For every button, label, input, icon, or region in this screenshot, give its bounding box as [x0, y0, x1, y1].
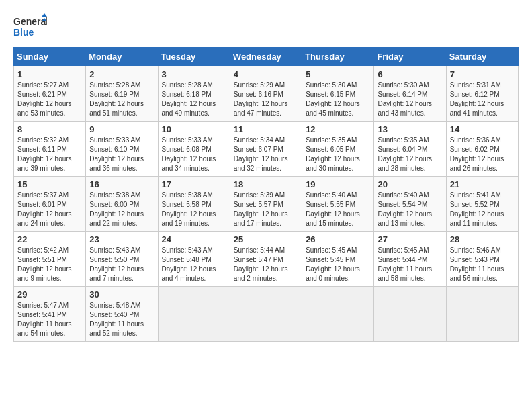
day-cell: 13Sunrise: 5:35 AM Sunset: 6:04 PM Dayli…: [374, 122, 446, 177]
day-info: Sunrise: 5:34 AM Sunset: 6:07 PM Dayligh…: [234, 136, 298, 173]
day-info: Sunrise: 5:35 AM Sunset: 6:05 PM Dayligh…: [306, 136, 370, 173]
day-number: 27: [378, 234, 442, 244]
day-info: Sunrise: 5:46 AM Sunset: 5:43 PM Dayligh…: [450, 246, 515, 283]
day-info: Sunrise: 5:38 AM Sunset: 6:00 PM Dayligh…: [89, 191, 154, 228]
weekday-header-thursday: Thursday: [302, 48, 374, 66]
day-info: Sunrise: 5:31 AM Sunset: 6:12 PM Dayligh…: [450, 81, 515, 118]
day-number: 3: [162, 69, 226, 79]
day-cell: 16Sunrise: 5:38 AM Sunset: 6:00 PM Dayli…: [86, 177, 158, 232]
day-number: 12: [306, 124, 370, 134]
day-cell: 12Sunrise: 5:35 AM Sunset: 6:05 PM Dayli…: [302, 122, 374, 177]
day-info: Sunrise: 5:43 AM Sunset: 5:48 PM Dayligh…: [162, 246, 226, 283]
day-cell: 23Sunrise: 5:43 AM Sunset: 5:50 PM Dayli…: [86, 232, 158, 287]
day-info: Sunrise: 5:39 AM Sunset: 5:57 PM Dayligh…: [234, 191, 298, 228]
week-row-3: 15Sunrise: 5:37 AM Sunset: 6:01 PM Dayli…: [14, 177, 519, 232]
day-number: 15: [17, 179, 82, 189]
day-cell: 15Sunrise: 5:37 AM Sunset: 6:01 PM Dayli…: [14, 177, 86, 232]
day-cell: 19Sunrise: 5:40 AM Sunset: 5:55 PM Dayli…: [302, 177, 374, 232]
day-cell: [374, 287, 446, 342]
day-number: 13: [378, 124, 442, 134]
page-header: GeneralBlue: [13, 13, 519, 40]
day-number: 26: [306, 234, 370, 244]
day-info: Sunrise: 5:38 AM Sunset: 5:58 PM Dayligh…: [162, 191, 226, 228]
day-cell: 8Sunrise: 5:32 AM Sunset: 6:11 PM Daylig…: [14, 122, 86, 177]
weekday-header-tuesday: Tuesday: [158, 48, 230, 66]
day-info: Sunrise: 5:47 AM Sunset: 5:41 PM Dayligh…: [17, 301, 82, 338]
day-cell: 20Sunrise: 5:40 AM Sunset: 5:54 PM Dayli…: [374, 177, 446, 232]
week-row-2: 8Sunrise: 5:32 AM Sunset: 6:11 PM Daylig…: [14, 122, 519, 177]
weekday-header-monday: Monday: [86, 48, 158, 66]
day-info: Sunrise: 5:45 AM Sunset: 5:45 PM Dayligh…: [306, 246, 370, 283]
day-info: Sunrise: 5:36 AM Sunset: 6:02 PM Dayligh…: [450, 136, 515, 173]
day-cell: 21Sunrise: 5:41 AM Sunset: 5:52 PM Dayli…: [446, 177, 518, 232]
day-number: 10: [162, 124, 226, 134]
week-row-4: 22Sunrise: 5:42 AM Sunset: 5:51 PM Dayli…: [14, 232, 519, 287]
day-info: Sunrise: 5:43 AM Sunset: 5:50 PM Dayligh…: [89, 246, 154, 283]
weekday-header-wednesday: Wednesday: [230, 48, 302, 66]
day-cell: 24Sunrise: 5:43 AM Sunset: 5:48 PM Dayli…: [158, 232, 230, 287]
day-number: 14: [450, 124, 515, 134]
day-info: Sunrise: 5:48 AM Sunset: 5:40 PM Dayligh…: [89, 301, 154, 338]
day-number: 22: [17, 234, 82, 244]
day-info: Sunrise: 5:37 AM Sunset: 6:01 PM Dayligh…: [17, 191, 82, 228]
day-number: 25: [234, 234, 298, 244]
day-cell: 17Sunrise: 5:38 AM Sunset: 5:58 PM Dayli…: [158, 177, 230, 232]
day-cell: 3Sunrise: 5:28 AM Sunset: 6:18 PM Daylig…: [158, 66, 230, 122]
day-cell: 10Sunrise: 5:33 AM Sunset: 6:08 PM Dayli…: [158, 122, 230, 177]
day-info: Sunrise: 5:41 AM Sunset: 5:52 PM Dayligh…: [450, 191, 515, 228]
day-number: 21: [450, 179, 515, 189]
day-info: Sunrise: 5:28 AM Sunset: 6:19 PM Dayligh…: [89, 81, 154, 118]
svg-text:Blue: Blue: [13, 27, 34, 38]
day-info: Sunrise: 5:30 AM Sunset: 6:14 PM Dayligh…: [378, 81, 442, 118]
day-cell: [446, 287, 518, 342]
day-number: 23: [89, 234, 154, 244]
calendar-table: SundayMondayTuesdayWednesdayThursdayFrid…: [13, 47, 519, 342]
weekday-header-row: SundayMondayTuesdayWednesdayThursdayFrid…: [14, 48, 519, 66]
day-cell: 1Sunrise: 5:27 AM Sunset: 6:21 PM Daylig…: [14, 66, 86, 122]
day-cell: 2Sunrise: 5:28 AM Sunset: 6:19 PM Daylig…: [86, 66, 158, 122]
day-number: 16: [89, 179, 154, 189]
day-cell: [230, 287, 302, 342]
day-cell: 28Sunrise: 5:46 AM Sunset: 5:43 PM Dayli…: [446, 232, 518, 287]
weekday-header-sunday: Sunday: [14, 48, 86, 66]
day-info: Sunrise: 5:45 AM Sunset: 5:44 PM Dayligh…: [378, 246, 442, 283]
day-number: 4: [234, 69, 298, 79]
day-cell: 18Sunrise: 5:39 AM Sunset: 5:57 PM Dayli…: [230, 177, 302, 232]
day-number: 18: [234, 179, 298, 189]
day-cell: 22Sunrise: 5:42 AM Sunset: 5:51 PM Dayli…: [14, 232, 86, 287]
day-cell: 30Sunrise: 5:48 AM Sunset: 5:40 PM Dayli…: [86, 287, 158, 342]
day-number: 7: [450, 69, 515, 79]
day-info: Sunrise: 5:27 AM Sunset: 6:21 PM Dayligh…: [17, 81, 82, 118]
day-info: Sunrise: 5:29 AM Sunset: 6:16 PM Dayligh…: [234, 81, 298, 118]
day-number: 1: [17, 69, 82, 79]
day-number: 24: [162, 234, 226, 244]
day-cell: 4Sunrise: 5:29 AM Sunset: 6:16 PM Daylig…: [230, 66, 302, 122]
logo: GeneralBlue: [13, 13, 47, 40]
day-cell: 7Sunrise: 5:31 AM Sunset: 6:12 PM Daylig…: [446, 66, 518, 122]
svg-marker-2: [42, 13, 47, 17]
day-cell: [302, 287, 374, 342]
day-cell: 14Sunrise: 5:36 AM Sunset: 6:02 PM Dayli…: [446, 122, 518, 177]
day-number: 8: [17, 124, 82, 134]
day-number: 6: [378, 69, 442, 79]
day-number: 19: [306, 179, 370, 189]
day-info: Sunrise: 5:30 AM Sunset: 6:15 PM Dayligh…: [306, 81, 370, 118]
day-cell: 29Sunrise: 5:47 AM Sunset: 5:41 PM Dayli…: [14, 287, 86, 342]
day-cell: 9Sunrise: 5:33 AM Sunset: 6:10 PM Daylig…: [86, 122, 158, 177]
day-number: 28: [450, 234, 515, 244]
day-cell: 26Sunrise: 5:45 AM Sunset: 5:45 PM Dayli…: [302, 232, 374, 287]
logo-icon: GeneralBlue: [13, 13, 47, 40]
day-info: Sunrise: 5:35 AM Sunset: 6:04 PM Dayligh…: [378, 136, 442, 173]
day-info: Sunrise: 5:44 AM Sunset: 5:47 PM Dayligh…: [234, 246, 298, 283]
day-number: 9: [89, 124, 154, 134]
day-cell: 6Sunrise: 5:30 AM Sunset: 6:14 PM Daylig…: [374, 66, 446, 122]
day-info: Sunrise: 5:40 AM Sunset: 5:55 PM Dayligh…: [306, 191, 370, 228]
day-info: Sunrise: 5:42 AM Sunset: 5:51 PM Dayligh…: [17, 246, 82, 283]
day-cell: 25Sunrise: 5:44 AM Sunset: 5:47 PM Dayli…: [230, 232, 302, 287]
week-row-1: 1Sunrise: 5:27 AM Sunset: 6:21 PM Daylig…: [14, 66, 519, 122]
day-info: Sunrise: 5:40 AM Sunset: 5:54 PM Dayligh…: [378, 191, 442, 228]
day-cell: 5Sunrise: 5:30 AM Sunset: 6:15 PM Daylig…: [302, 66, 374, 122]
weekday-header-saturday: Saturday: [446, 48, 518, 66]
day-number: 2: [89, 69, 154, 79]
day-info: Sunrise: 5:33 AM Sunset: 6:08 PM Dayligh…: [162, 136, 226, 173]
